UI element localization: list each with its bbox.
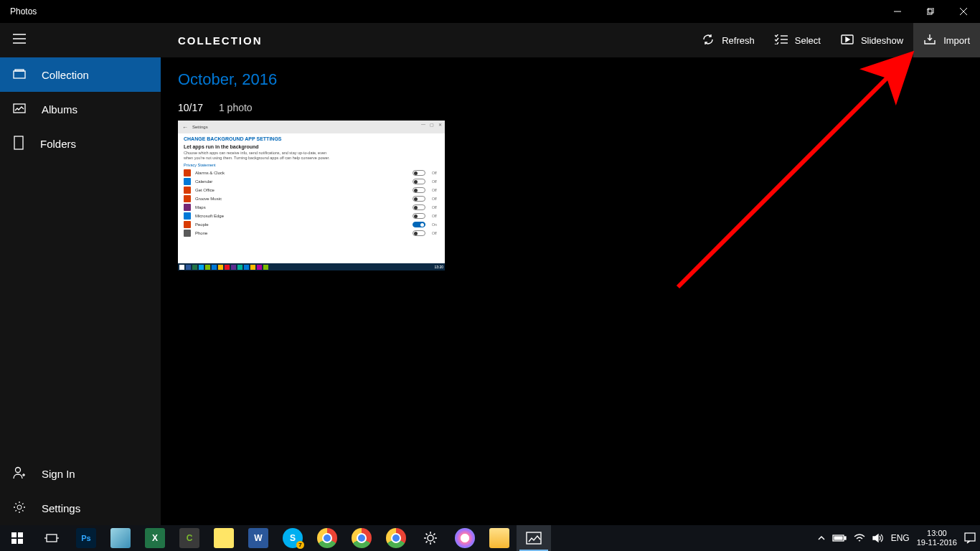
minimize-button[interactable] (881, 0, 914, 23)
sidebar-item-label: Settings (42, 502, 80, 514)
sidebar-item-albums[interactable]: Albums (0, 92, 161, 126)
svg-rect-25 (47, 534, 57, 542)
start-button[interactable] (0, 525, 34, 551)
slideshow-button[interactable]: Slideshow (831, 23, 913, 57)
language-indicator[interactable]: ENG (891, 533, 910, 543)
taskbar-app-chrome3[interactable] (379, 525, 413, 551)
import-icon (923, 34, 936, 47)
tray-chevron-icon[interactable] (818, 535, 825, 541)
taskbar-app-notepad[interactable] (103, 525, 138, 551)
sidebar-item-label: Folders (40, 138, 76, 150)
content-area: October, 2016 10/17 1 photo ← Settings —… (161, 57, 980, 525)
window-controls (881, 0, 980, 23)
svg-rect-31 (834, 537, 842, 540)
windows-icon (11, 532, 23, 544)
slideshow-label: Slideshow (861, 35, 903, 46)
gear-icon (423, 530, 438, 546)
signin-icon (13, 466, 26, 481)
svg-rect-12 (14, 71, 25, 78)
skype-badge: 7 (296, 541, 304, 549)
taskbar-app-chrome2[interactable] (344, 525, 379, 551)
action-center-icon[interactable] (964, 532, 976, 544)
sidebar-item-settings[interactable]: Settings (0, 491, 161, 525)
slideshow-icon (841, 34, 854, 47)
itunes-icon: ♪ (455, 528, 475, 548)
folders-icon (13, 136, 24, 152)
svg-rect-24 (18, 539, 23, 544)
sidebar-item-label: Sign In (42, 468, 75, 480)
svg-rect-22 (18, 532, 23, 537)
taskbar-app-skype[interactable]: S7 (275, 525, 310, 551)
taskbar-app-itunes[interactable]: ♪ (448, 525, 482, 551)
photos-icon (526, 532, 542, 545)
word-icon: W (248, 528, 268, 548)
refresh-icon (702, 33, 715, 48)
taskbar-app-stickynotes[interactable] (207, 525, 241, 551)
svg-rect-23 (11, 539, 17, 544)
notepad-icon (110, 528, 131, 548)
svg-rect-15 (14, 136, 23, 149)
taskbar-app-explorer[interactable] (482, 525, 517, 551)
toolbar-actions: Refresh Select Slideshow Import (692, 23, 980, 57)
toolbar: COLLECTION Refresh Select Slideshow Impo… (0, 23, 980, 57)
hamburger-icon (13, 34, 26, 47)
taskbar-app-excel[interactable]: X (138, 525, 172, 551)
day-date: 10/17 (178, 102, 203, 113)
wifi-icon[interactable] (854, 534, 865, 542)
thumb-subheading: Let apps run in the background (178, 144, 445, 149)
sidebar: Collection Albums Folders Sign In Settin… (0, 57, 161, 525)
svg-rect-13 (15, 70, 24, 71)
import-button[interactable]: Import (913, 23, 980, 57)
clock-date: 19-11-2016 (917, 538, 957, 547)
day-subheading: 10/17 1 photo (178, 102, 963, 113)
thumb-desc: Choose which apps can receive info, send… (178, 149, 338, 161)
sidebar-item-folders[interactable]: Folders (0, 126, 161, 161)
select-icon (775, 34, 788, 47)
maximize-button[interactable] (914, 0, 947, 23)
svg-rect-1 (927, 9, 932, 14)
volume-icon[interactable] (872, 533, 884, 543)
chrome-icon (352, 528, 372, 548)
hamburger-button[interactable] (0, 23, 161, 57)
taskview-button[interactable] (34, 525, 69, 551)
taskbar-app-photoshop[interactable]: Ps (69, 525, 103, 551)
sidebar-item-signin[interactable]: Sign In (0, 456, 161, 491)
system-tray: ENG 13:00 19-11-2016 (818, 529, 980, 547)
collection-icon (13, 69, 26, 81)
battery-icon[interactable] (832, 534, 847, 542)
taskview-icon (44, 533, 59, 543)
svg-rect-32 (844, 537, 846, 540)
sidebar-item-label: Collection (42, 69, 89, 81)
taskbar-app-settings[interactable] (413, 525, 448, 551)
sidebar-item-label: Albums (42, 103, 77, 116)
taskbar-app-chrome1[interactable] (310, 525, 344, 551)
thumb-breadcrumb: Settings (192, 125, 208, 129)
window-title: Photos (0, 6, 37, 17)
sidebar-item-collection[interactable]: Collection (0, 57, 161, 92)
close-button[interactable] (947, 0, 980, 23)
refresh-button[interactable]: Refresh (692, 23, 765, 57)
taskbar-app-word[interactable]: W (241, 525, 275, 551)
clock-time: 13:00 (917, 529, 957, 538)
svg-rect-2 (928, 8, 933, 13)
month-heading[interactable]: October, 2016 (178, 70, 963, 89)
thumb-privacy: Privacy Statement (178, 161, 445, 169)
svg-rect-21 (11, 532, 17, 537)
photo-thumbnail[interactable]: ← Settings —▢✕ CHANGE BACKGROUND APP SET… (178, 121, 445, 270)
settings-icon (13, 501, 26, 516)
select-button[interactable]: Select (765, 23, 831, 57)
taskbar-app-photos[interactable] (517, 525, 551, 551)
import-label: Import (943, 35, 970, 46)
excel-icon: X (145, 528, 165, 548)
chrome-icon (317, 528, 337, 548)
albums-icon (13, 103, 26, 116)
clock[interactable]: 13:00 19-11-2016 (917, 529, 957, 547)
taskbar-app-camtasia[interactable]: C (172, 525, 207, 551)
thumb-heading: CHANGE BACKGROUND APP SETTINGS (178, 133, 445, 144)
photoshop-icon: Ps (76, 528, 96, 548)
select-label: Select (795, 35, 821, 46)
svg-point-19 (17, 505, 22, 509)
camtasia-icon: C (179, 528, 199, 548)
svg-point-28 (428, 535, 433, 541)
titlebar: Photos (0, 0, 980, 23)
